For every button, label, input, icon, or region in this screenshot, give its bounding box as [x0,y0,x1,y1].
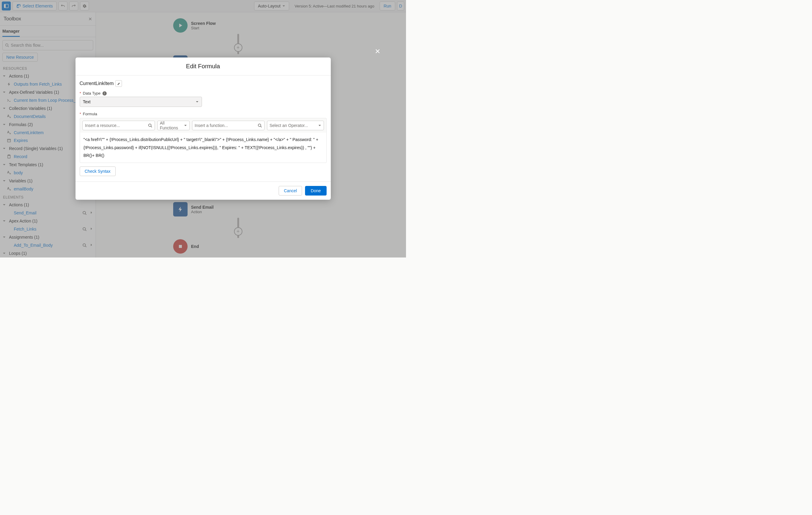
info-icon[interactable]: i [103,91,107,95]
edit-name-button[interactable] [115,80,122,87]
cancel-button[interactable]: Cancel [279,186,302,195]
data-type-select[interactable]: Text [80,97,202,107]
function-placeholder: Insert a function... [195,123,228,128]
chevron-down-icon [196,100,199,103]
resource-picker[interactable]: Insert a resource... [82,121,155,130]
formula-textarea[interactable]: "<a href=\"" + {!Process_Links.distribut… [80,133,327,163]
search-icon [148,123,152,127]
chevron-down-icon [184,124,187,127]
done-label: Done [311,188,321,193]
resource-placeholder: Insert a resource... [85,123,120,128]
edit-formula-modal: Edit Formula CurrentLinkItem * Data Type… [76,58,331,200]
formula-label: Formula [83,112,97,116]
modal-wrapper: Edit Formula CurrentLinkItem * Data Type… [0,0,406,258]
data-type-value: Text [83,99,91,104]
svg-point-11 [258,124,261,127]
cancel-label: Cancel [284,188,297,193]
required-marker: * [80,91,81,95]
modal-title: Edit Formula [76,58,331,75]
operator-dropdown[interactable]: Select an Operator... [267,121,324,130]
check-syntax-label: Check Syntax [85,169,111,174]
operator-placeholder: Select an Operator... [270,123,308,128]
function-picker[interactable]: Insert a function... [192,121,265,130]
formula-variable-name: CurrentLinkItem [80,81,114,86]
search-icon [258,123,262,127]
required-marker: * [80,112,81,116]
functions-dropdown[interactable]: All Functions [157,121,190,130]
modal-close-icon[interactable]: × [375,47,380,56]
data-type-label: Data Type [83,91,101,95]
svg-point-10 [148,124,151,127]
check-syntax-button[interactable]: Check Syntax [80,166,116,176]
functions-label: All Functions [160,121,184,130]
chevron-down-icon [318,124,321,127]
done-button[interactable]: Done [305,186,326,195]
